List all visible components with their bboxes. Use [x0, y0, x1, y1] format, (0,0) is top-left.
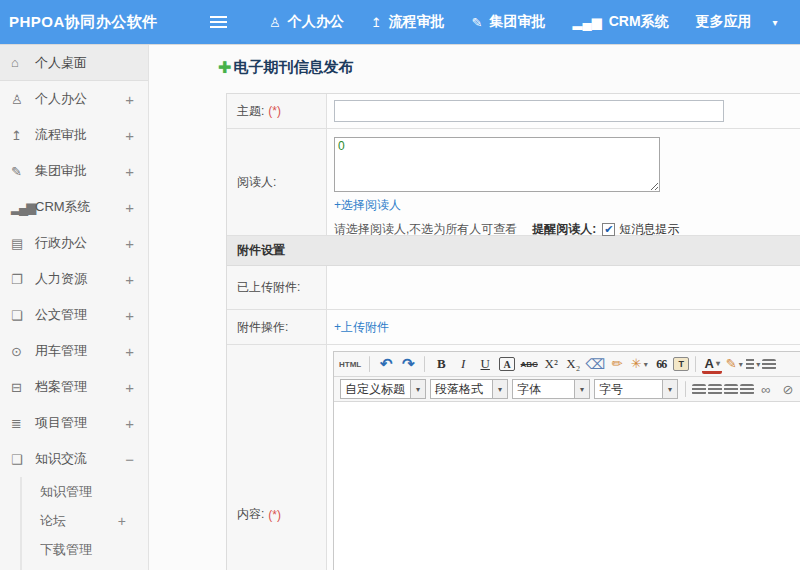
sidebar-item-group-approval[interactable]: ✎ 集团审批 +	[0, 153, 148, 189]
attachment-ops-row: 附件操作: +上传附件	[227, 310, 800, 345]
expand-toggle-icon[interactable]: +	[125, 379, 134, 396]
upload-attachment-link[interactable]: +上传附件	[334, 319, 389, 336]
expand-toggle-icon[interactable]: +	[125, 271, 134, 288]
unlink-icon[interactable]: ⊘	[778, 379, 798, 399]
expand-toggle-icon[interactable]: +	[125, 127, 134, 144]
underline-icon[interactable]: U	[475, 354, 495, 374]
sms-hint-label: 短消息提示	[619, 221, 679, 238]
link-icon[interactable]: ∞	[756, 379, 776, 399]
expand-toggle-icon[interactable]: −	[125, 451, 134, 468]
custom-heading-select[interactable]: 自定义标题	[340, 379, 426, 399]
expand-toggle-icon[interactable]: +	[125, 343, 134, 360]
sidebar-subitem-knowledge-mgmt[interactable]: 知识管理	[22, 477, 148, 506]
font-size-select[interactable]: 字号	[594, 379, 678, 399]
sidebar-item-process-approval[interactable]: ↥ 流程审批 +	[0, 117, 148, 153]
sidebar-item-personal-office[interactable]: ♙ 个人办公 +	[0, 81, 148, 117]
chevron-down-icon[interactable]	[574, 380, 589, 398]
chevron-down-icon[interactable]	[662, 380, 677, 398]
menu-icon[interactable]	[210, 16, 227, 28]
blockquote-icon[interactable]: 66	[651, 354, 671, 374]
subject-row: 主题: (*)	[227, 94, 800, 129]
nav-crm-system[interactable]: ▂▄▆ CRM系统	[572, 13, 668, 31]
readers-label-cell: 阅读人:	[227, 129, 327, 235]
top-header: PHPOA协同办公软件 ♙ 个人办公 ↥ 流程审批 ✎ 集团审批	[0, 0, 800, 44]
sidebar-subitem-public-cabinet[interactable]: 公共文件柜	[22, 564, 148, 570]
sidebar-item-hr[interactable]: ❐ 人力资源 +	[0, 261, 148, 297]
readers-textarea[interactable]: 0	[334, 137, 660, 192]
undo-icon[interactable]: ↶	[376, 354, 396, 374]
readers-value-cell: 0 +选择阅读人 请选择阅读人,不选为所有人可查看 提醒阅读人: ✔ 短消息提示	[327, 129, 800, 235]
process-icon: ↥	[371, 15, 382, 30]
superscript-icon[interactable]: X²	[541, 354, 561, 374]
toolbar-separator	[685, 381, 686, 397]
sidebar-item-vehicle-mgmt[interactable]: ⊙ 用车管理 +	[0, 333, 148, 369]
chart-icon: ▂▄▆	[572, 15, 601, 30]
sidebar-item-knowledge-exchange[interactable]: ❑ 知识交流 −	[0, 441, 148, 477]
editor-content-area[interactable]	[334, 402, 800, 570]
readers-hint-text: 请选择阅读人,不选为所有人可查看	[334, 221, 517, 238]
expand-toggle-icon[interactable]: +	[125, 235, 134, 252]
strikethrough-icon[interactable]: ABC	[519, 354, 539, 374]
redo-icon[interactable]: ↷	[398, 354, 418, 374]
chevron-down-icon[interactable]: ▾	[773, 17, 778, 28]
expand-toggle-icon[interactable]: +	[125, 199, 134, 216]
sidebar: ⌂ 个人桌面 ♙ 个人办公 + ↥ 流程审批 +	[0, 45, 149, 570]
bold-icon[interactable]: B	[431, 354, 451, 374]
process-icon: ↥	[11, 128, 35, 143]
subject-input[interactable]	[334, 100, 724, 122]
font-color-icon[interactable]: A	[702, 357, 722, 374]
content-label-cell: 内容: (*)	[227, 345, 327, 570]
sidebar-subitem-forum[interactable]: 论坛 +	[22, 506, 148, 535]
auto-typeset-icon[interactable]: ✳	[629, 354, 649, 374]
ordered-list-icon[interactable]	[746, 359, 760, 370]
sidebar-item-crm-system[interactable]: ▂▄▆ CRM系统 +	[0, 189, 148, 225]
nav-personal-office[interactable]: ♙ 个人办公	[269, 13, 344, 31]
sidebar-item-document-mgmt[interactable]: ❏ 公文管理 +	[0, 297, 148, 333]
align-right-icon[interactable]	[724, 384, 738, 395]
paragraph-format-select[interactable]: 段落格式	[430, 379, 508, 399]
sidebar-item-archive-mgmt[interactable]: ⊟ 档案管理 +	[0, 369, 148, 405]
eraser-icon[interactable]: ⌫	[585, 354, 605, 374]
chevron-down-icon[interactable]	[410, 380, 425, 398]
format-painter-icon[interactable]: ✏	[607, 354, 627, 374]
expand-toggle-icon[interactable]: +	[125, 91, 134, 108]
expand-toggle-icon[interactable]: +	[125, 307, 134, 324]
expand-toggle-icon[interactable]: +	[118, 513, 126, 529]
unordered-list-icon[interactable]	[762, 359, 776, 370]
chart-icon: ▂▄▆	[11, 200, 35, 215]
sidebar-item-personal-desktop[interactable]: ⌂ 个人桌面	[0, 45, 148, 81]
uploaded-value-cell	[327, 266, 800, 309]
person-icon: ♙	[269, 15, 281, 30]
html-source-button[interactable]: HTML	[339, 354, 361, 374]
edit-icon: ✎	[472, 15, 483, 30]
chevron-down-icon[interactable]	[492, 380, 507, 398]
align-left-icon[interactable]	[692, 384, 706, 395]
align-justify-icon[interactable]	[740, 384, 754, 395]
sms-checkbox[interactable]: ✔	[602, 223, 615, 236]
attachment-ops-label: 附件操作:	[237, 319, 288, 336]
nav-process-approval[interactable]: ↥ 流程审批	[371, 13, 445, 31]
sidebar-item-admin-office[interactable]: ▤ 行政办公 +	[0, 225, 148, 261]
sidebar-item-project-mgmt[interactable]: ≣ 项目管理 +	[0, 405, 148, 441]
subscript-icon[interactable]: X₂	[563, 354, 583, 374]
font-family-select[interactable]: 字体	[512, 379, 590, 399]
uploaded-label-cell: 已上传附件:	[227, 266, 327, 309]
sidebar-subitem-download-mgmt[interactable]: 下载管理	[22, 535, 148, 564]
sidebar-submenu: 知识管理 论坛 + 下载管理 公共文件柜	[20, 477, 148, 570]
home-icon: ⌂	[11, 55, 35, 70]
subject-label: 主题:	[237, 103, 264, 120]
paste-as-text-icon[interactable]: T	[673, 357, 689, 371]
highlight-color-icon[interactable]: ✎	[724, 354, 744, 374]
project-icon: ≣	[11, 416, 35, 431]
align-center-icon[interactable]	[708, 384, 722, 395]
font-border-icon[interactable]: A	[499, 357, 515, 371]
nav-group-approval[interactable]: ✎ 集团审批	[472, 13, 546, 31]
italic-icon[interactable]: I	[453, 354, 473, 374]
readers-label: 阅读人:	[237, 174, 276, 191]
expand-toggle-icon[interactable]: +	[125, 163, 134, 180]
select-readers-link[interactable]: +选择阅读人	[334, 197, 401, 214]
expand-toggle-icon[interactable]: +	[125, 415, 134, 432]
nav-more-apps[interactable]: 更多应用	[696, 13, 752, 31]
publish-form: 主题: (*) 阅读人: 0 +选择阅读人	[226, 93, 800, 570]
remind-readers-label: 提醒阅读人:	[532, 221, 596, 238]
